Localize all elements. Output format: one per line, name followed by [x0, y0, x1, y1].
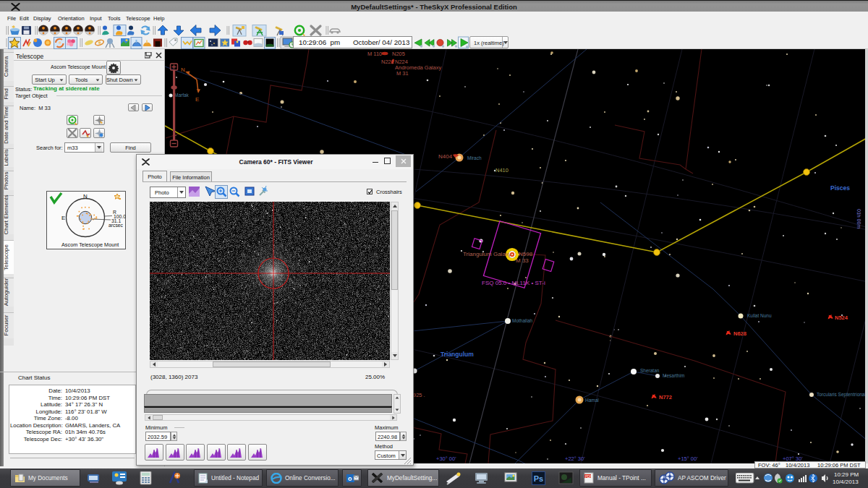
svg-text:Ascom Telescope Mount: Ascom Telescope Mount [61, 241, 119, 248]
svg-text:E: E [195, 96, 199, 103]
svg-text:arcsec: arcsec [109, 223, 124, 228]
svg-text:o: o [348, 475, 352, 482]
svg-text:E: E [61, 215, 65, 221]
svg-text:PDF: PDF [585, 475, 592, 479]
svg-text:N: N [181, 67, 185, 73]
